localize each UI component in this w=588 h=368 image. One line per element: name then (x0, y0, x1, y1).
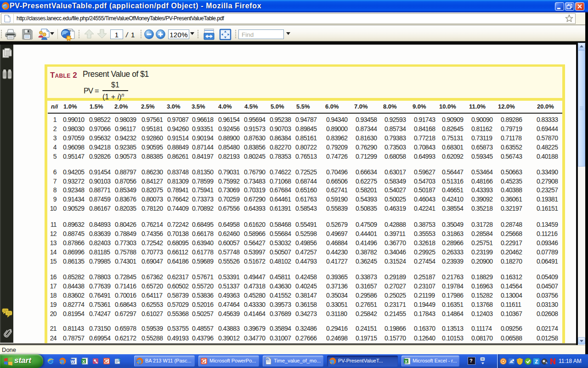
svg-text:Z: Z (535, 359, 538, 364)
svg-text:W: W (71, 359, 75, 364)
svg-text:X: X (405, 359, 407, 364)
svg-text:W: W (267, 358, 269, 361)
svg-text:X: X (82, 359, 85, 364)
